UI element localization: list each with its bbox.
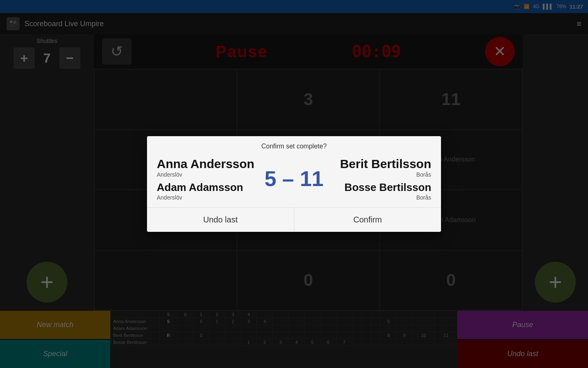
modal-right-city2: Borås xyxy=(333,194,431,201)
undo-last-modal-button[interactable]: Undo last xyxy=(147,208,294,232)
modal-right-player1: Berit Bertilsson xyxy=(333,157,431,171)
modal-footer: Undo last Confirm xyxy=(147,207,441,232)
modal-right-player2: Bosse Bertilsson xyxy=(333,181,431,194)
modal-overlay: Confirm set complete? Anna Andersson And… xyxy=(0,0,588,368)
confirm-modal: Confirm set complete? Anna Andersson And… xyxy=(147,136,441,231)
modal-left-player2: Adam Adamsson xyxy=(157,181,255,194)
modal-right-city1: Borås xyxy=(333,171,431,178)
modal-header: Confirm set complete? xyxy=(147,136,441,153)
confirm-modal-button[interactable]: Confirm xyxy=(294,208,441,232)
modal-left-city1: Anderslöv xyxy=(157,171,255,178)
modal-right-team: Berit Bertilsson Borås Bosse Bertilsson … xyxy=(333,157,431,200)
modal-left-city2: Anderslöv xyxy=(157,194,255,201)
modal-score: 5 – 11 xyxy=(255,166,334,191)
modal-left-player1: Anna Andersson xyxy=(157,157,255,171)
modal-left-team: Anna Andersson Anderslöv Adam Adamsson A… xyxy=(157,157,255,200)
modal-body: Anna Andersson Anderslöv Adam Adamsson A… xyxy=(147,153,441,207)
